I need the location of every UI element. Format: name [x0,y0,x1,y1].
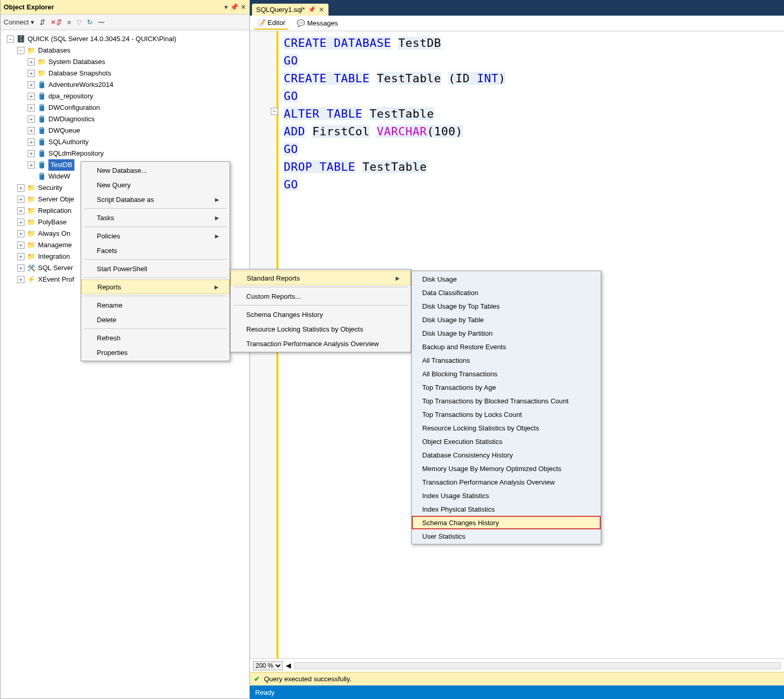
report-item[interactable]: Disk Usage by Top Tables [412,299,601,313]
tree-node[interactable]: System Databases [48,56,105,68]
report-item[interactable]: All Blocking Transactions [412,367,601,380]
refresh-icon[interactable]: ↻ [87,18,93,26]
report-item[interactable]: Index Physical Statistics [412,502,601,516]
tree-node-selected[interactable]: TestDB [48,159,74,171]
tree-node[interactable]: SQLdmRepository [48,148,104,159]
tree-node[interactable]: Always On [38,228,70,239]
menu-schema-changes[interactable]: Schema Changes History [231,307,411,322]
report-item[interactable]: Index Usage Statistics [412,489,601,502]
pin-icon[interactable]: 📌 [308,6,315,13]
tree-node[interactable]: Security [38,182,62,194]
tree-node[interactable]: Database Snapshots [48,68,111,79]
report-item[interactable]: Transaction Performance Analysis Overvie… [412,475,601,489]
tree-node[interactable]: Replication [38,205,71,217]
expand-icon[interactable]: + [28,127,35,134]
report-item[interactable]: Memory Usage By Memory Optimized Objects [412,462,601,475]
editor-tab[interactable]: 📝Editor [254,17,288,30]
report-item[interactable]: User Statistics [412,529,601,543]
expand-icon[interactable]: + [28,161,35,169]
report-item[interactable]: Disk Usage [412,272,601,286]
menu-properties[interactable]: Properties [81,345,230,360]
document-tab[interactable]: SQLQuery1.sql* 📌 ✕ [252,4,328,16]
tree-node[interactable]: Server Obje [38,194,74,205]
menu-new-database[interactable]: New Database... [81,163,230,177]
tree-node[interactable]: SQLAuthority [48,136,88,148]
expand-icon[interactable]: + [28,138,35,146]
dropdown-icon[interactable]: ▾ [224,3,228,11]
menu-resource-locking[interactable]: Resource Locking Statistics by Objects [231,322,411,336]
collapse-icon[interactable]: − [7,35,14,43]
report-item[interactable]: Data Classification [412,286,601,299]
report-item[interactable]: Resource Locking Statistics by Objects [412,421,601,435]
tree-node[interactable]: PolyBase [38,217,67,228]
tree-node[interactable]: XEvent Prof [38,274,74,285]
menu-rename[interactable]: Rename [81,298,230,312]
report-schema-changes-highlighted[interactable]: Schema Changes History [412,516,601,529]
tree-node[interactable]: Integration [38,251,70,262]
expand-icon[interactable]: + [28,116,35,123]
expand-icon[interactable]: + [28,93,35,100]
close-icon[interactable]: ✕ [241,3,246,11]
menu-standard-reports[interactable]: Standard Reports [231,271,411,285]
scroll-left-icon[interactable]: ◀ [286,662,291,669]
tree-node[interactable]: Manageme [38,239,72,251]
tree-node[interactable]: AdventureWorks2014 [48,79,113,91]
expand-icon[interactable]: + [17,242,24,249]
report-item[interactable]: Disk Usage by Partition [412,326,601,340]
messages-tab[interactable]: 💬Messages [294,17,341,29]
expand-icon[interactable]: + [17,264,24,272]
stop-icon[interactable]: ⨯⇵ [50,18,62,26]
menu-refresh[interactable]: Refresh [81,331,230,345]
expand-icon[interactable]: + [28,58,35,66]
menu-script-database[interactable]: Script Database as [81,192,230,207]
menu-policies[interactable]: Policies [81,228,230,243]
report-item[interactable]: All Transactions [412,353,601,367]
fold-icon[interactable]: − [271,108,278,115]
expand-icon[interactable]: + [17,219,24,226]
menu-powershell[interactable]: Start PowerShell [81,261,230,276]
menu-delete[interactable]: Delete [81,312,230,327]
expand-icon[interactable]: + [28,70,35,77]
report-item[interactable]: Top Transactions by Age [412,380,601,394]
folder-icon: 📁 [27,251,36,262]
server-node[interactable]: QUICK (SQL Server 14.0.3045.24 - QUICK\P… [28,33,176,45]
tree-node[interactable]: WideW [48,171,70,182]
report-item[interactable]: Backup and Restore Events [412,340,601,353]
menu-new-query[interactable]: New Query [81,177,230,192]
expand-icon[interactable]: + [17,253,24,260]
pause-icon[interactable]: ■ [67,18,71,26]
databases-node[interactable]: Databases [38,45,70,56]
expand-icon[interactable]: + [17,276,24,283]
report-item[interactable]: Top Transactions by Blocked Transactions… [412,394,601,408]
menu-tasks[interactable]: Tasks [81,210,230,225]
menu-transaction-perf[interactable]: Transaction Performance Analysis Overvie… [231,336,411,351]
report-item[interactable]: Database Consistency History [412,448,601,462]
expand-icon[interactable]: + [17,196,24,203]
tree-node[interactable]: DWConfiguration [48,102,100,113]
activity-icon[interactable]: ⁓ [98,18,105,26]
pin-icon[interactable]: 📌 [230,3,238,11]
collapse-icon[interactable]: − [17,47,24,54]
report-item[interactable]: Disk Usage by Table [412,313,601,326]
menu-reports[interactable]: Reports [81,279,230,294]
expand-icon[interactable]: + [28,104,35,111]
tree-node[interactable]: DWDiagnostics [48,113,95,125]
expand-icon[interactable]: + [17,184,24,192]
horizontal-scrollbar[interactable] [294,662,781,669]
filter-icon[interactable]: ▽ [77,18,82,26]
tree-node[interactable]: SQL Server [38,262,73,274]
connect-button[interactable]: Connect ▾ [4,18,34,26]
expand-icon[interactable]: + [28,81,35,88]
tree-node[interactable]: dpa_repository [48,91,93,102]
disconnect-icon[interactable]: ⇵ [40,18,45,26]
expand-icon[interactable]: + [17,207,24,214]
expand-icon[interactable]: + [17,230,24,237]
tree-node[interactable]: DWQueue [48,125,80,136]
expand-icon[interactable]: + [28,150,35,157]
report-item[interactable]: Object Execution Statistics [412,435,601,448]
menu-facets[interactable]: Facets [81,243,230,258]
zoom-select[interactable]: 200 % [253,661,283,670]
report-item[interactable]: Top Transactions by Locks Count [412,408,601,421]
close-icon[interactable]: ✕ [319,6,324,14]
menu-custom-reports[interactable]: Custom Reports... [231,289,411,303]
